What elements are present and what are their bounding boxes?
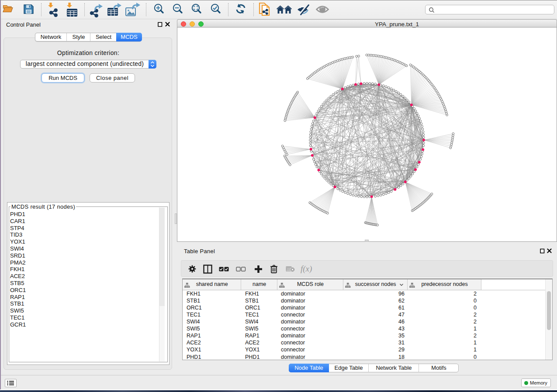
svg-text:f(x): f(x) xyxy=(301,264,312,274)
